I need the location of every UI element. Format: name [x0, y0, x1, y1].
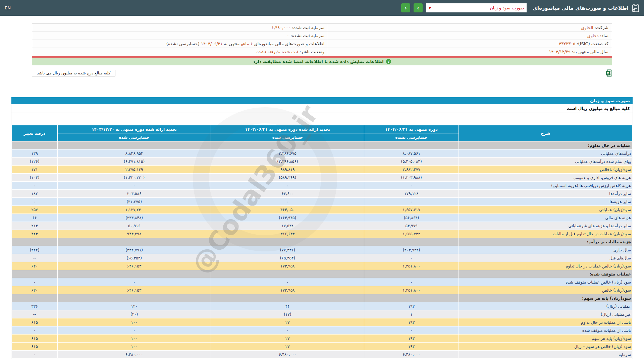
value-cell: ۱۰۰ — [58, 335, 211, 343]
value-cell: ۱۹۳ — [364, 343, 459, 351]
value-cell: ۰ — [58, 326, 211, 335]
value-cell: ۰ — [364, 198, 459, 206]
value-cell: (۲,۳۹۶,۸۵۶) — [211, 158, 364, 166]
value-cell — [12, 141, 58, 149]
value-cell — [58, 270, 211, 278]
company-info-table: شرکت:الحاوینماد:دحاویکد صنعت (ISIC):۴۳۲۲… — [32, 23, 612, 56]
row-description-cell: سود(زیان) ناخالص — [459, 166, 632, 174]
income-statement-panel: صورت سود و زیان کلیه مبالغ به میلیون ریا… — [11, 97, 633, 359]
value-cell: ۳۱۶,۶۴۳ — [211, 230, 364, 238]
row-description-cell: بهای تمام شده درآمدهای عملیاتی — [459, 158, 632, 166]
row-description-cell: سود(زیان) عملیات در حال تداوم قبل از مال… — [459, 230, 632, 238]
clipboard-icon — [632, 4, 639, 12]
value-cell: ۸,۸۴۶,۹۵۴ — [58, 149, 211, 158]
row-description-cell: سود(زیان) خالص عملیات در حال تداوم — [459, 262, 632, 270]
value-cell: ۱۸۲ — [12, 190, 58, 198]
value-cell — [58, 141, 211, 149]
company-info-row: نماد:دحاوی — [328, 32, 612, 40]
value-cell: ۰ — [211, 278, 364, 286]
next-statement-button[interactable]: › — [414, 3, 423, 12]
row-description-cell: هزینه کاهش ارزش دریافتنی ها (هزینه استثن… — [459, 182, 632, 190]
row-description-cell: سال جاری — [459, 246, 632, 254]
value-cell: ۲۷ — [211, 318, 364, 326]
value-cell: (۶۵,۳۵۴) — [211, 254, 364, 262]
value-cell: ۶,۴۸۰,۰۰۰ — [211, 351, 364, 359]
section-row: سود(زیان) پایه هر سهم: — [12, 294, 633, 302]
row-description-cell: هزینه مالیات بر درآمد: — [459, 238, 632, 246]
company-info-row: سال مالی منتهی به:۱۴۰۴/۱۲/۲۹ — [328, 48, 612, 56]
company-info-left-column: سرمایه ثبت شده:۶,۴۸۰,۰۰۰سرمایه ثبت نشده:… — [32, 24, 328, 56]
value-cell: ۶,۴۸۰,۰۰۰ — [58, 351, 211, 359]
value-cell: ۰ — [211, 198, 364, 206]
statement-type-dropdown[interactable]: صورت سود و زیان ▼ — [426, 3, 527, 12]
value-cell: ۴۴ — [211, 302, 364, 310]
table-row: سال‌های قبل۰(۶۵,۳۵۴)(۶۵,۳۵۴)-- — [12, 254, 633, 262]
value-cell: ۳۳۶ — [12, 302, 58, 310]
value-cell: ۱۰۰ — [58, 343, 211, 351]
value-cell: ۱۷۹,۱۲۸ — [364, 190, 459, 198]
value-cell — [12, 270, 58, 278]
value-cell — [12, 238, 58, 246]
company-info-row: سرمایه ثبت نشده:۰ — [32, 32, 328, 40]
value-cell: (۴۲۲) — [12, 246, 58, 254]
value-cell: ۹۴۴,۲۹۸ — [58, 230, 211, 238]
value-cell: (۱۷) — [211, 310, 364, 318]
value-cell: (۳۱,۲۷۵) — [58, 198, 211, 206]
table-row: سایر درآمدها و هزینه های غیرعملیاتی۵۴,۹۷… — [12, 222, 633, 230]
value-cell — [58, 294, 211, 302]
value-cell: ۱,۲۵۱,۸۰۰ — [364, 286, 459, 294]
table-row: هزینه های فروش، اداری و عمومی(۱,۲۰۳,۹۸۸)… — [12, 174, 633, 182]
table-row: سال جاری(۴۰۳,۹۳۲)(۷۷,۳۳۱)(۲۳۲,۷۹۱)(۴۲۲) — [12, 246, 633, 254]
company-info-right-column: شرکت:الحاوینماد:دحاویکد صنعت (ISIC):۴۳۲۲… — [328, 24, 612, 56]
table-row: درآمدهای عملیاتی۸,۰۸۷,۵۶۱۳,۳۸۶,۶۷۵۸,۸۴۶,… — [12, 149, 633, 158]
value-cell: (۲۰) — [58, 310, 211, 318]
value-cell — [364, 141, 459, 149]
value-cell: ۰ — [211, 326, 364, 335]
value-cell: ۱۷۳,۹۵۸ — [211, 286, 364, 294]
value-cell: ۶۱۵ — [12, 335, 58, 343]
value-cell: ۱۷۳,۹۵۸ — [211, 262, 364, 270]
table-row: بهای تمام شده درآمدهای عملیاتی(۵,۴۰۵,۰۸۴… — [12, 158, 633, 166]
value-cell: ۶۴۶,۱۵۳ — [58, 286, 211, 294]
table-gap — [11, 113, 633, 125]
page-title: اطلاعات و صورت‌های مالی میاندوره‌ای — [533, 5, 629, 11]
previous-statement-button[interactable]: ‹ — [401, 3, 410, 12]
audit-status-current: حسابرسی نشده — [364, 133, 459, 141]
value-cell: ۱,۲۵۱,۸۰۰ — [364, 262, 459, 270]
value-cell: ۰ — [12, 351, 58, 359]
value-cell: ۰ — [58, 182, 211, 190]
value-cell: ۱۹۳ — [364, 335, 459, 343]
excel-export-icon[interactable]: X — [606, 69, 612, 77]
dropdown-selected-value: صورت سود و زیان — [490, 5, 524, 10]
amounts-unit-note: کلیه مبالغ درج شده به میلیون ریال می باش… — [32, 70, 115, 76]
info-icon: i — [386, 59, 391, 64]
company-info-row: اطلاعات و صورت‌های مالی میاندوره‌ای۶ ماه… — [32, 40, 328, 48]
table-row: سود (زیان) خالص هر سهم – ریال۱۹۳۲۷۱۰۰۶۱۵ — [12, 343, 633, 351]
value-cell: (۵۶,۸۶۴) — [364, 214, 459, 222]
section-row: هزینه مالیات بر درآمد: — [12, 238, 633, 246]
row-description-cell: سایر هزینه‌ها — [459, 198, 632, 206]
table-row: ناشی از عملیات در حال تداوم۱۹۳۲۷۱۰۰۶۱۵ — [12, 318, 633, 326]
value-cell: (۲۳۲,۷۹۱) — [58, 246, 211, 254]
company-info-row: سرمایه ثبت شده:۶,۴۸۰,۰۰۰ — [32, 24, 328, 32]
row-description-cell: سایر درآمدها و هزینه های غیرعملیاتی — [459, 222, 632, 230]
table-row: سود (زیان) خالص عملیات متوقف شده۰۰۰۰ — [12, 278, 633, 286]
row-description-cell: درآمدهای عملیاتی — [459, 149, 632, 158]
value-cell: ۲,۳۷۵,۱۳۹ — [58, 166, 211, 174]
value-cell: (۶,۴۷۱,۸۱۵) — [58, 158, 211, 166]
table-row: سود(زیان) خالص عملیات در حال تداوم۱,۲۵۱,… — [12, 262, 633, 270]
value-cell: -- — [12, 254, 58, 262]
row-description-cell: هزینه های فروش، اداری و عمومی — [459, 174, 632, 182]
row-description-cell: سود(زیان) پایه هر سهم: — [459, 294, 632, 302]
value-cell: ۱,۶۵۵,۷۳۲ — [364, 230, 459, 238]
language-toggle-en[interactable]: EN — [5, 5, 11, 10]
column-header-description: شرح — [459, 125, 632, 141]
value-cell: ۲۷ — [211, 335, 364, 343]
row-description-cell: هزینه های مالی — [459, 214, 632, 222]
value-cell: ۲,۶۸۲,۴۷۷ — [364, 166, 459, 174]
table-row: ناشی از عملیات متوقف شده۰۰۰۰ — [12, 326, 633, 335]
value-cell: ۰ — [364, 326, 459, 335]
value-cell: ۸,۰۸۷,۵۶۱ — [364, 149, 459, 158]
value-cell: ۱۷,۵۳۸ — [211, 222, 364, 230]
value-cell: ۶۲۰ — [12, 286, 58, 294]
